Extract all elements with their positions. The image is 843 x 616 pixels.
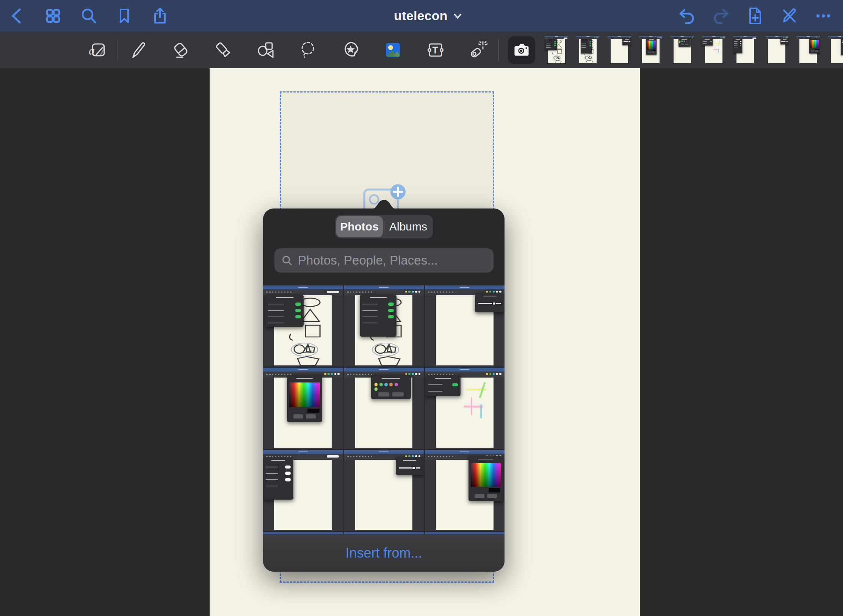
image-tool[interactable] [382, 39, 404, 61]
more-icon [813, 6, 833, 26]
photo-thumbnail[interactable] [425, 285, 505, 367]
page-thumbnail[interactable] [827, 36, 843, 64]
toolbar: a T [0, 31, 843, 68]
app-screen: { "navbar": { "title": "utelecon", "left… [0, 0, 843, 616]
notebook-title-menu[interactable]: utelecon [394, 0, 462, 31]
search-icon [80, 7, 98, 25]
more-button[interactable] [813, 6, 833, 26]
page-thumbnail[interactable] [544, 36, 569, 64]
page-thumbnail[interactable] [765, 36, 789, 64]
end-editing-button[interactable] [779, 6, 799, 26]
eraser-icon [170, 39, 191, 61]
elements-tool[interactable] [340, 39, 362, 61]
add-page-icon [745, 6, 765, 26]
add-page-button[interactable] [745, 6, 765, 26]
end-editing-icon [779, 6, 799, 26]
share-button[interactable] [150, 6, 170, 26]
tools-group: a [0, 39, 108, 61]
laser-pointer-icon [467, 39, 489, 61]
svg-text:a: a [89, 44, 95, 57]
photo-thumbnail[interactable] [425, 368, 505, 449]
page-thumbnail[interactable] [733, 36, 757, 64]
share-icon [151, 7, 169, 25]
back-icon [8, 7, 27, 25]
photo-grid [263, 285, 505, 531]
undo-icon [677, 6, 697, 26]
insert-from-button[interactable]: Insert from... [263, 534, 505, 572]
highlighter-icon [213, 39, 234, 61]
toolbar-divider [118, 39, 118, 61]
page-thumbnail-strip[interactable] [544, 36, 843, 64]
lasso-icon [298, 39, 319, 61]
search-icon [281, 255, 293, 266]
back-button[interactable] [8, 6, 27, 26]
popup-caret [370, 199, 398, 209]
photo-thumbnail[interactable] [263, 285, 343, 367]
page-thumbnail[interactable] [607, 36, 631, 64]
tab-photos[interactable]: Photos [336, 216, 383, 237]
elements-sticker-icon [340, 39, 361, 61]
tab-albums[interactable]: Albums [385, 216, 432, 237]
pages-overview-icon [44, 7, 62, 25]
laser-pointer-tool[interactable] [467, 39, 489, 61]
page-thumbnail[interactable] [702, 36, 726, 64]
highlighter-tool[interactable] [212, 39, 234, 61]
page-thumbnail[interactable] [639, 36, 663, 64]
svg-text:T: T [432, 45, 438, 55]
navbar-left-group [0, 6, 170, 26]
photo-thumbnail[interactable] [344, 368, 423, 449]
photo-thumbnail[interactable] [344, 285, 423, 367]
tools-group2: T [127, 39, 489, 61]
page-thumbnail[interactable] [796, 36, 820, 64]
toolbar-divider-2 [498, 39, 499, 61]
photo-thumbnail[interactable] [263, 450, 343, 531]
page-thumbnail[interactable] [670, 36, 694, 64]
lasso-tool[interactable] [297, 39, 319, 61]
photo-thumbnail[interactable] [425, 450, 505, 531]
insert-from-label: Insert from... [345, 545, 422, 561]
shapes-icon [255, 39, 276, 61]
photo-search-field[interactable] [274, 248, 494, 273]
redo-button[interactable] [711, 6, 731, 26]
photo-search-input[interactable] [297, 253, 487, 268]
pages-overview-button[interactable] [43, 6, 63, 26]
notebook-title: utelecon [394, 8, 447, 23]
handwriting-convert-tool[interactable]: a [86, 39, 108, 61]
navbar-right-group [677, 0, 833, 31]
shapes-tool[interactable] [255, 39, 277, 61]
text-tool-icon: T [425, 39, 446, 61]
photos-albums-segmented-control: Photos Albums [335, 215, 433, 238]
camera-button[interactable] [508, 36, 535, 64]
redo-icon [711, 6, 731, 26]
pen-icon [128, 39, 149, 61]
eraser-tool[interactable] [170, 39, 192, 61]
page-thumbnail[interactable] [576, 36, 600, 64]
photo-thumbnail[interactable] [344, 450, 423, 531]
photo-thumbnail[interactable] [263, 368, 343, 449]
bookmark-button[interactable] [114, 6, 134, 26]
handwriting-convert-icon: a [87, 39, 108, 61]
canvas-area: Photos Albums Insert from... [0, 68, 843, 616]
bookmark-icon [115, 7, 133, 25]
search-button[interactable] [79, 6, 99, 26]
chevron-down-icon [453, 11, 463, 21]
navbar: utelecon [0, 0, 843, 31]
camera-icon [512, 40, 531, 60]
photo-picker-popup: Photos Albums Insert from... [263, 208, 505, 572]
image-tool-icon-selected [382, 39, 404, 61]
pen-tool[interactable] [127, 39, 149, 61]
text-tool[interactable]: T [425, 39, 447, 61]
undo-button[interactable] [677, 6, 697, 26]
